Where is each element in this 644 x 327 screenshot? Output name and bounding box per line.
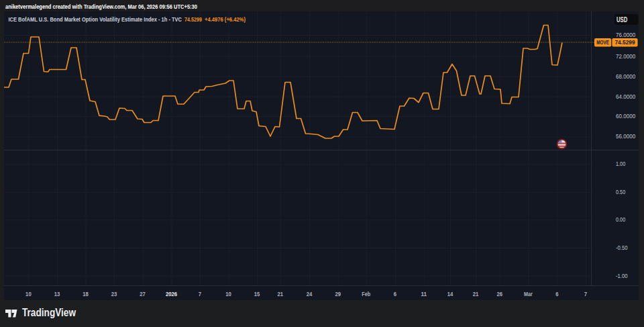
svg-text:24: 24 xyxy=(307,291,313,297)
svg-text:72.0000: 72.0000 xyxy=(616,53,635,60)
svg-text:23: 23 xyxy=(111,291,117,297)
svg-text:0.00: 0.00 xyxy=(616,216,625,223)
svg-text:64.0000: 64.0000 xyxy=(616,93,635,100)
svg-text:18: 18 xyxy=(83,291,89,297)
svg-text:1.00: 1.00 xyxy=(616,160,625,167)
svg-text:13: 13 xyxy=(54,291,60,297)
svg-text:Mar: Mar xyxy=(524,291,533,297)
svg-text:56.0000: 56.0000 xyxy=(616,133,635,140)
svg-text:76.0000: 76.0000 xyxy=(616,32,635,38)
svg-text:6: 6 xyxy=(394,291,396,297)
svg-text:26: 26 xyxy=(496,291,502,297)
svg-text:60.0000: 60.0000 xyxy=(616,113,635,120)
svg-text:14: 14 xyxy=(447,291,453,297)
svg-text:-1.00: -1.00 xyxy=(616,273,628,279)
svg-text:2026: 2026 xyxy=(166,291,177,297)
svg-text:21: 21 xyxy=(277,291,283,297)
svg-text:10: 10 xyxy=(225,291,231,297)
svg-text:11: 11 xyxy=(421,291,427,297)
svg-text:68.0000: 68.0000 xyxy=(616,73,635,80)
svg-text:aniketvermalegend created with: aniketvermalegend created with TradingVi… xyxy=(5,3,197,10)
svg-text:-0.50: -0.50 xyxy=(616,244,628,251)
svg-text:7: 7 xyxy=(584,291,587,297)
svg-text:Feb: Feb xyxy=(362,291,370,297)
svg-text:7: 7 xyxy=(199,291,201,297)
svg-text:15: 15 xyxy=(254,291,260,297)
svg-text:74.5299: 74.5299 xyxy=(615,39,635,46)
svg-text:29: 29 xyxy=(335,291,341,297)
svg-text:USD: USD xyxy=(616,15,628,24)
svg-text:MOVE: MOVE xyxy=(596,39,609,46)
svg-text:ICE BofAML U.S. Bond Market Op: ICE BofAML U.S. Bond Market Option Volat… xyxy=(9,16,246,23)
svg-text:21: 21 xyxy=(473,291,479,297)
svg-text:TradingView: TradingView xyxy=(22,306,76,319)
svg-text:6: 6 xyxy=(555,291,558,297)
svg-text:10: 10 xyxy=(25,291,32,297)
svg-text:0.50: 0.50 xyxy=(616,189,625,195)
svg-text:27: 27 xyxy=(140,291,146,297)
